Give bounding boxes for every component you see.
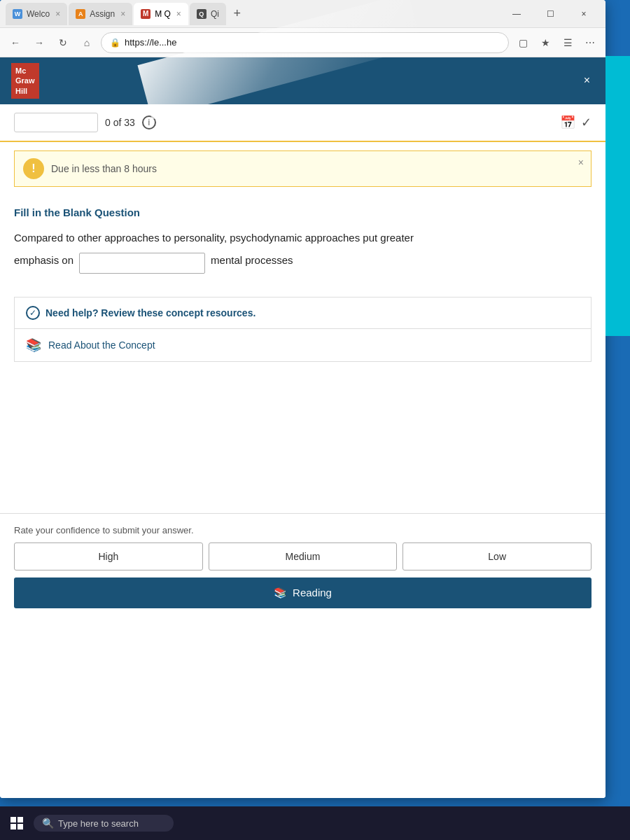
tab-group: W Welco × A Assign × M M Q × Q Qi + bbox=[6, 3, 498, 25]
close-button[interactable]: × bbox=[568, 3, 600, 25]
question-text-part3: mental processes bbox=[211, 252, 293, 269]
assign-favicon: A bbox=[76, 9, 85, 19]
tab-mq-close[interactable]: × bbox=[176, 9, 181, 19]
tab-assign-close[interactable]: × bbox=[120, 9, 125, 19]
due-alert: ! Due in less than 8 hours × bbox=[14, 150, 592, 187]
reading-book-icon: 📚 bbox=[274, 587, 287, 599]
info-icon[interactable]: i bbox=[142, 115, 156, 130]
maximize-button[interactable]: ☐ bbox=[534, 3, 566, 25]
home-button[interactable]: ⌂ bbox=[77, 33, 97, 52]
alert-close-button[interactable]: × bbox=[578, 157, 584, 168]
back-button[interactable]: ← bbox=[6, 33, 25, 52]
confidence-section: Rate your confidence to submit your answ… bbox=[0, 513, 606, 614]
calendar-icon[interactable]: 📅 bbox=[560, 115, 575, 130]
help-section: ✓ Need help? Review these concept resour… bbox=[14, 297, 592, 362]
collections-icon[interactable]: ☰ bbox=[558, 33, 578, 52]
confidence-label: Rate your confidence to submit your answ… bbox=[14, 525, 592, 536]
reading-label: Reading bbox=[293, 587, 332, 598]
window-controls: — ☐ × bbox=[500, 3, 600, 25]
address-icons: ▢ ★ ☰ ⋯ bbox=[513, 33, 600, 52]
lock-icon: 🔒 bbox=[110, 38, 120, 48]
reading-button[interactable]: 📚 Reading bbox=[14, 578, 592, 608]
page-content: Mc Graw Hill × 0 of 33 i 📅 ✓ ! Due in le… bbox=[0, 57, 606, 798]
browser-window: W Welco × A Assign × M M Q × Q Qi + bbox=[0, 0, 606, 798]
new-tab-button[interactable]: + bbox=[227, 4, 247, 24]
help-title: Need help? Review these concept resource… bbox=[46, 307, 255, 318]
content-spacer bbox=[0, 373, 606, 513]
search-icon: 🔍 bbox=[42, 818, 54, 829]
tab-welco[interactable]: W Welco × bbox=[6, 3, 67, 25]
tab-qi-label: Qi bbox=[211, 9, 219, 19]
progress-text: 0 of 33 bbox=[105, 117, 135, 128]
tab-welco-label: Welco bbox=[27, 9, 50, 19]
progress-section: 0 of 33 i 📅 ✓ bbox=[0, 104, 606, 142]
taskbar-search[interactable]: 🔍 Type here to search bbox=[34, 815, 174, 832]
tab-mq-label: M Q bbox=[155, 9, 171, 19]
question-section: Fill in the Blank Question Compared to o… bbox=[0, 195, 606, 286]
header-close-button[interactable]: × bbox=[580, 73, 594, 88]
tab-mq[interactable]: M M Q × bbox=[134, 3, 188, 25]
tab-welco-close[interactable]: × bbox=[55, 9, 60, 19]
medium-confidence-button[interactable]: Medium bbox=[209, 542, 398, 570]
side-panel bbox=[606, 56, 630, 336]
help-chevron-icon: ✓ bbox=[26, 306, 40, 320]
alert-text: Due in less than 8 hours bbox=[51, 163, 157, 174]
confidence-buttons: High Medium Low bbox=[14, 542, 592, 570]
start-button[interactable] bbox=[6, 812, 28, 834]
read-concept-link[interactable]: Read About the Concept bbox=[48, 340, 155, 351]
blank-input[interactable] bbox=[79, 253, 205, 274]
question-line: emphasis on mental processes bbox=[14, 252, 592, 274]
question-text-part2: emphasis on bbox=[14, 252, 74, 269]
tab-qi[interactable]: Q Qi bbox=[190, 3, 226, 25]
alert-icon: ! bbox=[23, 158, 44, 179]
taskbar-search-text: Type here to search bbox=[58, 818, 139, 829]
minimize-button[interactable]: — bbox=[500, 3, 533, 25]
qi-favicon: Q bbox=[197, 9, 206, 19]
tab-assign[interactable]: A Assign × bbox=[69, 3, 132, 25]
high-confidence-button[interactable]: High bbox=[14, 542, 203, 570]
favorites-icon[interactable]: ★ bbox=[536, 33, 555, 52]
forward-button[interactable]: → bbox=[29, 33, 49, 52]
progress-input[interactable] bbox=[14, 113, 98, 132]
title-bar: W Welco × A Assign × M M Q × Q Qi + bbox=[0, 0, 606, 28]
reader-mode-icon[interactable]: ▢ bbox=[513, 33, 533, 52]
tab-assign-label: Assign bbox=[90, 9, 115, 19]
question-type-label: Fill in the Blank Question bbox=[14, 206, 592, 218]
url-bar[interactable]: 🔒 https://le...he bbox=[101, 32, 509, 53]
address-bar: ← → ↻ ⌂ 🔒 https://le...he ▢ ★ ☰ ⋯ bbox=[0, 28, 606, 57]
low-confidence-button[interactable]: Low bbox=[402, 542, 592, 570]
progress-icons: 📅 ✓ bbox=[560, 115, 592, 130]
windows-icon bbox=[10, 817, 23, 830]
refresh-button[interactable]: ↻ bbox=[53, 33, 73, 52]
more-icon[interactable]: ⋯ bbox=[580, 33, 600, 52]
mcgraw-header: Mc Graw Hill × bbox=[0, 57, 606, 104]
taskbar: 🔍 Type here to search bbox=[0, 806, 630, 840]
mcgraw-logo: Mc Graw Hill bbox=[11, 63, 39, 99]
question-text-part1: Compared to other approaches to personal… bbox=[14, 230, 592, 246]
welco-favicon: W bbox=[13, 9, 22, 19]
check-icon[interactable]: ✓ bbox=[581, 115, 592, 130]
help-header[interactable]: ✓ Need help? Review these concept resour… bbox=[15, 298, 591, 329]
help-content: 📚 Read About the Concept bbox=[15, 329, 591, 361]
mq-favicon: M bbox=[141, 9, 150, 19]
url-text: https://le...he bbox=[125, 37, 176, 48]
book-icon: 📚 bbox=[26, 337, 41, 353]
